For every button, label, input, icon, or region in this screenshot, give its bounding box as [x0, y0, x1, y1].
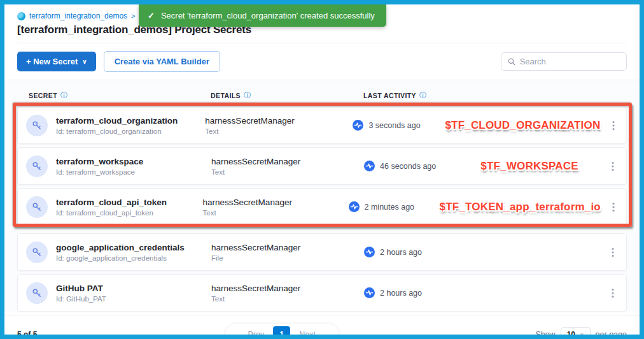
activity-icon: [364, 247, 375, 257]
table-row[interactable]: google_application_credentials Id: googl…: [17, 233, 627, 271]
env-var-annotation: $TF_TOKEN_app_terraform_io: [440, 201, 601, 213]
info-icon[interactable]: ⓘ: [244, 90, 251, 100]
details-cell: harnessSecretManager Text: [203, 198, 349, 217]
secret-name: terraform_workspace: [56, 157, 143, 166]
secret-cell[interactable]: terraform_cloud_organization Id: terrafo…: [18, 115, 205, 136]
annotation-cell: $TF_CLOUD_ORGANIZATION: [445, 119, 600, 132]
secret-name: terraform_cloud_organization: [56, 116, 178, 126]
page-1-button[interactable]: 1: [273, 326, 290, 339]
secret-id: Id: terraform_cloud_api_token: [56, 209, 167, 217]
table-row[interactable]: terraform_cloud_api_token Id: terraform_…: [17, 188, 627, 226]
secret-cell[interactable]: GitHub PAT Id: GitHub_PAT: [18, 282, 211, 304]
prev-button[interactable]: ← Prev: [229, 328, 274, 339]
search-icon: [508, 57, 515, 66]
secret-id: Id: google_application_credentials: [56, 254, 185, 262]
per-page-label: per page: [596, 330, 627, 339]
last-activity-text: 2 hours ago: [380, 248, 422, 257]
env-var-annotation: $TF_WORKSPACE: [480, 160, 578, 172]
last-activity-cell: 2 minutes ago: [349, 201, 440, 212]
key-icon: [26, 115, 48, 136]
secret-name: google_application_credentials: [56, 243, 185, 252]
project-icon: [17, 12, 25, 20]
details-cell: harnessSecretManager Text: [211, 284, 364, 303]
secret-cell[interactable]: terraform_workspace Id: terraform_worksp…: [18, 155, 211, 177]
row-menu-button[interactable]: [601, 202, 626, 212]
pagination-bar: 5 of 5 ← Prev 1 Next → Show 10 ∨ per pag…: [4, 315, 640, 339]
secret-id: Id: terraform_cloud_organization: [56, 127, 178, 135]
key-icon: [26, 155, 48, 177]
last-activity-text: 46 seconds ago: [380, 162, 436, 171]
last-activity-cell: 46 seconds ago: [364, 161, 459, 171]
item-count: 5 of 5: [17, 330, 144, 339]
activity-icon: [349, 201, 360, 212]
key-icon: [26, 196, 48, 218]
column-last-activity: LAST ACTIVITY: [363, 92, 416, 99]
activity-icon: [364, 161, 375, 171]
activity-icon: [364, 287, 375, 298]
annotated-rows-group: terraform_cloud_organization Id: terrafo…: [17, 106, 627, 226]
row-menu-button[interactable]: [599, 161, 626, 171]
search-input[interactable]: [520, 57, 620, 66]
key-icon: [26, 242, 48, 263]
details-cell: harnessSecretManager File: [211, 243, 364, 262]
info-icon[interactable]: ⓘ: [60, 90, 67, 100]
last-activity-cell: 2 hours ago: [364, 287, 459, 298]
toast-message: Secret 'terraform_cloud_organization' cr…: [161, 11, 375, 20]
last-activity-text: 2 hours ago: [380, 289, 422, 298]
last-activity-cell: 2 hours ago: [364, 247, 459, 257]
kebab-menu-icon: [612, 120, 615, 131]
table-row[interactable]: terraform_workspace Id: terraform_worksp…: [17, 147, 627, 185]
next-button[interactable]: Next →: [290, 328, 335, 339]
show-label: Show: [535, 330, 555, 339]
secret-type: Text: [211, 168, 364, 176]
annotation-cell: $TF_TOKEN_app_terraform_io: [440, 201, 601, 213]
kebab-menu-icon: [612, 161, 614, 171]
table-row[interactable]: GitHub PAT Id: GitHub_PAT harnessSecretM…: [17, 274, 627, 312]
secret-type: Text: [211, 295, 364, 303]
new-secret-button[interactable]: + New Secret ∨: [17, 52, 96, 71]
check-icon: ✓: [148, 11, 155, 20]
secret-manager: harnessSecretManager: [211, 157, 364, 166]
secrets-table: SECRET ⓘ DETAILS ⓘ LAST ACTIVITY ⓘ: [4, 80, 640, 312]
breadcrumb-project-link[interactable]: terraform_integration_demos: [29, 11, 127, 20]
page-size-value: 10: [567, 330, 575, 339]
kebab-menu-icon: [612, 288, 614, 298]
annotation-cell: $TF_WORKSPACE: [459, 160, 599, 173]
last-activity-text: 3 seconds ago: [368, 121, 420, 130]
pager: ← Prev 1 Next →: [225, 324, 339, 339]
secret-type: File: [211, 254, 364, 262]
details-cell: harnessSecretManager Text: [211, 157, 364, 176]
table-header: SECRET ⓘ DETAILS ⓘ LAST ACTIVITY ⓘ: [17, 88, 627, 106]
last-activity-text: 2 minutes ago: [365, 203, 415, 212]
secret-manager: harnessSecretManager: [205, 116, 353, 126]
info-icon[interactable]: ⓘ: [419, 90, 426, 100]
secret-id: Id: GitHub_PAT: [56, 295, 106, 303]
page-size-select[interactable]: 10 ∨: [561, 327, 591, 339]
secret-type: Text: [203, 209, 349, 217]
secret-cell[interactable]: terraform_cloud_api_token Id: terraform_…: [18, 196, 203, 218]
yaml-builder-button[interactable]: Create via YAML Builder: [104, 51, 220, 72]
page-size-control: Show 10 ∨ per page: [500, 327, 627, 339]
row-menu-button[interactable]: [599, 288, 626, 298]
secret-type: Text: [205, 127, 353, 135]
column-secret: SECRET: [29, 92, 57, 99]
secret-manager: harnessSecretManager: [211, 243, 364, 252]
key-icon: [26, 282, 48, 304]
secret-manager: harnessSecretManager: [211, 284, 364, 293]
chevron-down-icon: ∨: [82, 58, 87, 65]
secret-name: terraform_cloud_api_token: [56, 198, 167, 207]
last-activity-cell: 3 seconds ago: [353, 120, 445, 131]
row-menu-button[interactable]: [600, 120, 626, 131]
kebab-menu-icon: [612, 247, 614, 257]
new-secret-label: + New Secret: [26, 57, 78, 66]
table-row[interactable]: terraform_cloud_organization Id: terrafo…: [17, 106, 627, 144]
row-menu-button[interactable]: [599, 247, 626, 257]
kebab-menu-icon: [612, 202, 615, 212]
secret-manager: harnessSecretManager: [203, 198, 349, 207]
column-details: DETAILS: [211, 92, 241, 99]
toolbar: + New Secret ∨ Create via YAML Builder: [4, 43, 640, 80]
breadcrumb-separator: >: [131, 12, 135, 20]
activity-icon: [353, 120, 363, 131]
secret-cell[interactable]: google_application_credentials Id: googl…: [18, 242, 211, 263]
search-box[interactable]: [501, 52, 627, 71]
